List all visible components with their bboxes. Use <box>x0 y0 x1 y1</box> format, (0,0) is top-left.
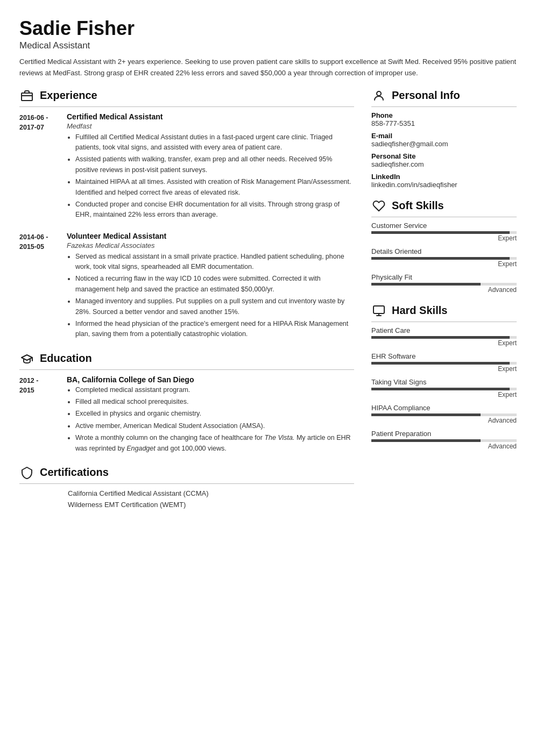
left-column: Experience 2016-06 - 2017-07 Certified M… <box>19 88 354 518</box>
resume-container: Sadie Fisher Medical Assistant Certified… <box>0 0 536 536</box>
soft-skill-fill-2 <box>371 283 481 286</box>
soft-skill-item-1: Details Oriented Expert <box>371 247 517 268</box>
soft-skill-bar-1 <box>371 257 517 260</box>
soft-skill-fill-0 <box>371 231 510 234</box>
bullet: Assisted patients with walking, transfer… <box>75 154 354 175</box>
hard-skill-level-2: Expert <box>371 391 517 398</box>
bullet: Maintained HIPAA at all times. Assisted … <box>75 177 354 198</box>
certifications-body: California Certified Medical Assistant (… <box>19 489 354 509</box>
hard-skill-item-4: Patient Preparation Advanced <box>371 430 517 450</box>
experience-section: Experience 2016-06 - 2017-07 Certified M… <box>19 88 354 341</box>
bullet: Managed inventory and supplies. Put supp… <box>75 296 354 317</box>
education-title: Education <box>40 352 92 365</box>
hard-skill-fill-0 <box>371 336 510 339</box>
certifications-icon <box>19 465 34 480</box>
entry-title-2: Volunteer Medical Assistant <box>67 232 354 240</box>
hard-skill-bar-2 <box>371 388 517 390</box>
education-body: 2012 - 2015 BA, California College of Sa… <box>19 375 354 455</box>
entry-org-2: Fazekas Medical Associates <box>67 241 354 249</box>
soft-skill-level-1: Expert <box>371 260 517 268</box>
bullet: Active member, American Medical Student … <box>75 421 354 431</box>
soft-skills-section: Soft Skills Customer Service Expert Deta… <box>371 198 517 294</box>
experience-icon <box>19 88 34 103</box>
certifications-title: Certifications <box>40 466 109 479</box>
soft-skills-body: Customer Service Expert Details Oriented… <box>371 222 517 294</box>
hard-skill-item-0: Patient Care Expert <box>371 326 517 347</box>
soft-skill-level-2: Advanced <box>371 286 517 294</box>
bullet: Informed the head physician of the pract… <box>75 319 354 340</box>
info-value-linkedin: linkedin.com/in/sadieqfisher <box>371 181 517 189</box>
soft-skills-header: Soft Skills <box>371 198 517 217</box>
soft-skill-name-1: Details Oriented <box>371 247 517 255</box>
education-icon <box>19 351 34 366</box>
hard-skills-section: Hard Skills Patient Care Expert EHR Soft… <box>371 303 517 450</box>
cert-item-1: California Certified Medical Assistant (… <box>68 489 354 497</box>
edu-dates-1: 2012 - 2015 <box>19 375 67 455</box>
education-entry-1: 2012 - 2015 BA, California College of Sa… <box>19 375 354 455</box>
cert-item-2: Wilderness EMT Certification (WEMT) <box>68 501 354 509</box>
hard-skill-name-3: HIPAA Compliance <box>371 404 517 412</box>
edu-bullets-1: Completed medical assistant program. Fil… <box>67 385 354 454</box>
info-row-email: E-mail sadieqfisher@gmail.com <box>371 132 517 148</box>
hard-skill-level-1: Expert <box>371 365 517 373</box>
right-column: Personal Info Phone 858-777-5351 E-mail … <box>371 88 517 518</box>
candidate-title: Medical Assistant <box>19 40 517 51</box>
info-row-phone: Phone 858-777-5351 <box>371 111 517 127</box>
certifications-header: Certifications <box>19 465 354 484</box>
bullet: Filled all medical school prerequisites. <box>75 397 354 407</box>
hard-skill-level-4: Advanced <box>371 443 517 450</box>
hard-skill-item-3: HIPAA Compliance Advanced <box>371 404 517 424</box>
entry-title-1: Certified Medical Assistant <box>67 112 354 121</box>
hard-skill-name-2: Taking Vital Signs <box>371 378 517 386</box>
hard-skill-fill-2 <box>371 388 510 390</box>
certifications-section: Certifications California Certified Medi… <box>19 465 354 509</box>
hard-skill-fill-3 <box>371 413 481 416</box>
experience-entry-1: 2016-06 - 2017-07 Certified Medical Assi… <box>19 112 354 222</box>
info-value-phone: 858-777-5351 <box>371 119 517 127</box>
info-label-site: Personal Site <box>371 152 517 160</box>
info-row-linkedin: LinkedIn linkedin.com/in/sadieqfisher <box>371 173 517 189</box>
info-value-email: sadieqfisher@gmail.com <box>371 140 517 148</box>
soft-skill-bar-0 <box>371 231 517 234</box>
personal-info-header: Personal Info <box>371 88 517 107</box>
hard-skill-bar-0 <box>371 336 517 339</box>
experience-entry-2: 2014-06 - 2015-05 Volunteer Medical Assi… <box>19 232 354 341</box>
hard-skill-level-3: Advanced <box>371 417 517 424</box>
hard-skill-level-0: Expert <box>371 339 517 347</box>
bullet: Excelled in physics and organic chemistr… <box>75 409 354 419</box>
svg-point-3 <box>377 91 381 96</box>
hard-skills-title: Hard Skills <box>392 304 447 317</box>
education-section: Education 2012 - 2015 BA, California Col… <box>19 351 354 455</box>
header-section: Sadie Fisher Medical Assistant Certified… <box>19 17 517 79</box>
bullet: Wrote a monthly column on the changing f… <box>75 433 354 454</box>
entry-dates-1: 2016-06 - 2017-07 <box>19 112 67 222</box>
entry-dates-2: 2014-06 - 2015-05 <box>19 232 67 341</box>
bullet: Noticed a recurring flaw in the way ICD … <box>75 274 354 295</box>
entry-content-2: Volunteer Medical Assistant Fazekas Medi… <box>67 232 354 341</box>
entry-bullets-2: Served as medical assistant in a small p… <box>67 252 354 340</box>
personal-info-title: Personal Info <box>392 89 460 102</box>
experience-title: Experience <box>40 89 97 102</box>
entry-org-1: Medfast <box>67 122 354 130</box>
hard-skills-header: Hard Skills <box>371 303 517 322</box>
personal-info-body: Phone 858-777-5351 E-mail sadieqfisher@g… <box>371 111 517 189</box>
soft-skill-fill-1 <box>371 257 510 260</box>
hard-skills-icon <box>371 303 386 318</box>
hard-skill-fill-1 <box>371 362 510 365</box>
info-label-linkedin: LinkedIn <box>371 173 517 181</box>
personal-info-section: Personal Info Phone 858-777-5351 E-mail … <box>371 88 517 189</box>
bullet: Fulfilled all Certified Medical Assistan… <box>75 132 354 153</box>
soft-skill-item-0: Customer Service Expert <box>371 222 517 242</box>
edu-title-1: BA, California College of San Diego <box>67 375 354 384</box>
experience-header: Experience <box>19 88 354 107</box>
hard-skill-fill-4 <box>371 439 481 442</box>
hard-skill-name-4: Patient Preparation <box>371 430 517 438</box>
info-row-site: Personal Site sadieqfisher.com <box>371 152 517 168</box>
entry-content-1: Certified Medical Assistant Medfast Fulf… <box>67 112 354 222</box>
experience-body: 2016-06 - 2017-07 Certified Medical Assi… <box>19 112 354 341</box>
bullet: Conducted proper and concise EHR documen… <box>75 199 354 220</box>
hard-skill-bar-3 <box>371 413 517 416</box>
hard-skill-item-1: EHR Software Expert <box>371 352 517 373</box>
soft-skills-title: Soft Skills <box>392 199 444 212</box>
soft-skill-item-2: Physically Fit Advanced <box>371 273 517 294</box>
